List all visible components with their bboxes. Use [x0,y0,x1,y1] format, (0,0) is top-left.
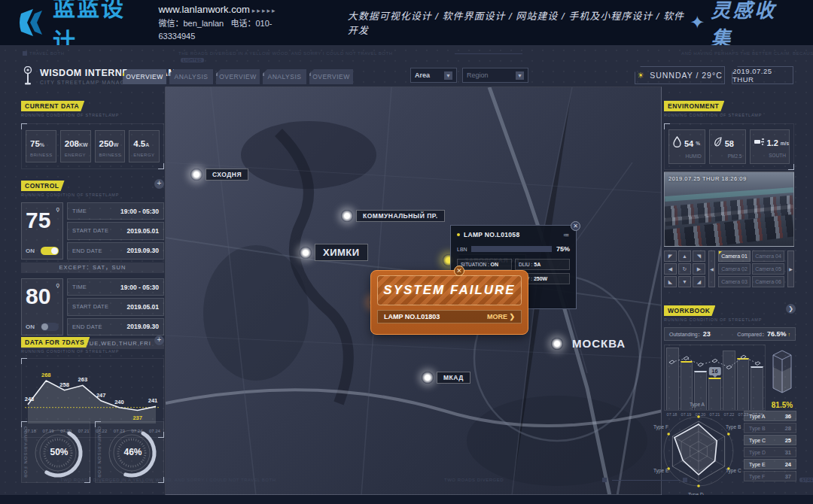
bar-07.18[interactable] [666,348,679,410]
outstanding-value: 23 [703,330,711,338]
deco-poem: TWO ROADS DIVERGED [444,478,504,482]
gauge-value: 50% [50,447,68,457]
panel-subtitle: RUNNING CONDITION OF STREETLAMP [21,193,164,197]
expand-icon[interactable]: ❯ [786,304,796,314]
panel-current-data: CURRENT DATA RUNNING CONDITION OF STREET… [21,98,164,169]
map-label[interactable]: ХИМКИ [300,244,368,261]
control-row-start-date[interactable]: START DATE2019.05.01 [67,222,164,239]
map-label[interactable]: СХОДНЯ [190,169,248,181]
add-icon[interactable]: + [154,179,164,189]
panel-subtitle: RUNNING CONDITION OF STREETLAMP [664,113,794,117]
prev-cameras-button[interactable]: ◀ [708,250,715,287]
camera-video-feed[interactable]: 2019.07.25 THUR 18:26:09 [664,172,794,247]
camera-button-camera-05[interactable]: Camera 05 [752,263,784,275]
lanlan-logo-icon [17,8,47,38]
radar-graphic [653,405,744,499]
up-arrow-icon: ↑ [788,332,791,337]
city-map[interactable]: СХОДНЯКОММУНАЛЬНЫЙ ПР.ХИМКИЗАВОДСКАЯ УЛЛ… [165,87,662,495]
camera-button-camera-03[interactable]: Camera 03 [718,276,751,287]
area-select[interactable]: Area ▼ [410,68,457,83]
region-select[interactable]: Region ▼ [462,68,528,83]
bar-07.23[interactable] [737,358,750,410]
lamp-popup-title: LAMP NO.L01058 [464,231,519,238]
svg-text:243: 243 [25,396,35,402]
control-row-end-date[interactable]: END DATE2019.09.30 [67,242,164,260]
dpad-button-3[interactable]: ◀ [664,263,677,275]
tab-analysis-1[interactable]: ANALYSIS [169,69,213,84]
dpad-button-7[interactable]: ▼ [678,276,691,287]
lamp-marker-icon[interactable] [190,169,202,181]
tab-overview-2[interactable]: OVERVIEW [216,69,260,84]
radar-label-type-c: Type C [726,468,741,473]
map-label[interactable]: МОСКВА [551,335,632,351]
env-card-humid: 54%HUMID [668,129,705,164]
bottom-bar [0,495,813,504]
camera-button-camera-01[interactable]: Camera 01 [718,250,751,262]
lamp-marker-icon[interactable] [300,247,312,259]
env-card-pm25: 58PM2.5 [709,129,746,164]
camera-button-camera-02[interactable]: Camera 02 [718,263,751,275]
comparison-gauge-1: COMPARISON FOR50% [21,421,90,483]
panel-tag: CONTROL [21,181,65,191]
type-row-type-f[interactable]: Type F37 [744,471,796,481]
svg-text:240: 240 [114,399,124,405]
type-row-type-c[interactable]: Type C25 [744,435,796,445]
lamp-marker-icon[interactable] [551,338,563,350]
type-row-type-d[interactable]: Type D31 [744,447,796,457]
control-row-time[interactable]: TIME19:00 - 05:30 [67,278,164,296]
dpad-button-5[interactable]: ▶ [693,263,705,275]
close-icon[interactable]: ✕ [454,266,464,276]
panel-control: CONTROL + RUNNING CONDITION OF STREETLAM… [21,178,164,349]
bar-07.22[interactable] [723,351,735,410]
dpad-button-0[interactable]: ◤ [664,250,677,262]
gauge-label: COMPARISON FOR [22,422,29,482]
svg-text:258: 258 [59,381,69,388]
dpad-button-8[interactable]: ◢ [693,276,705,287]
wind-icon [754,136,765,150]
cube-icon [769,345,795,399]
lamp-marker-icon[interactable] [341,210,353,222]
lamp-marker-icon[interactable] [422,372,434,384]
more-button[interactable]: MORE ❯ [487,313,515,320]
type-row-type-b[interactable]: Type B28 [744,423,796,433]
svg-text:263: 263 [78,376,88,383]
brightness-bar[interactable] [471,246,552,252]
map-label[interactable]: КОММУНАЛЬНЫЙ ПР. [341,210,445,222]
panel-tag: CURRENT DATA [21,101,84,111]
dpad-button-6[interactable]: ◣ [664,276,677,287]
gauge-value: 46% [123,447,142,457]
type-row-type-a[interactable]: Type A36 [744,411,796,421]
map-label[interactable]: МКАД [422,372,470,384]
close-icon[interactable]: ✕ [571,221,580,231]
weather-text: SUNNDAY / 29°C [650,71,723,80]
banner-services: 大数据可视化设计 / 软件界面设计 / 网站建设 / 手机及小程序设计 / 软件… [348,8,690,37]
sliders-icon[interactable]: ≔ [563,232,570,238]
tab-overview-0[interactable]: OVERVIEW [123,69,166,84]
promo-banner: 蓝蓝设计 www.lanlanwork.com ▸▸▸▸▸ 微信：ben_lan… [0,0,813,45]
control-row-end-date[interactable]: END DATE2019.09.30 [67,318,164,335]
control-row-start-date[interactable]: START DATE2019.05.01 [67,298,164,315]
next-cameras-button[interactable]: ▶ [787,250,794,287]
bar-chart: 16 [664,345,766,411]
dpad-button-2[interactable]: ◥ [693,250,705,262]
deco-chip: STREET LIGHT [799,478,813,482]
add-icon[interactable]: + [154,335,164,345]
camera-button-camera-06[interactable]: Camera 06 [752,276,784,287]
bar-07.24[interactable] [751,366,763,410]
banner-website[interactable]: www.lanlanwork.com [158,4,249,15]
schedule-toggle[interactable] [41,323,59,331]
banner-contact: www.lanlanwork.com ▸▸▸▸▸ 微信：ben_lanlan 电… [158,3,302,43]
svg-text:241: 241 [148,397,158,404]
deco-poem: THE ROADS DIVERGED IN A YELLOW WOOD, AND… [178,51,393,56]
tab-analysis-3[interactable]: ANALYSIS [263,69,306,84]
dpad-button-4[interactable]: ↻ [678,263,691,275]
control-row-time[interactable]: TIME19:00 - 05:30 [67,202,164,220]
schedule-toggle[interactable] [41,247,59,255]
camera-button-camera-04[interactable]: Camera 04 [752,250,784,262]
type-list: Type A36Type B28Type C25Type D31Type E24… [744,411,796,481]
dpad-button-1[interactable]: ▲ [678,250,691,262]
tab-overview-4[interactable]: OVERVIEW [309,69,353,84]
type-row-type-e[interactable]: Type E24 [744,459,796,469]
inspiration-collect[interactable]: ✦ 灵感收集 [690,0,793,50]
camera-controls: ◤▲◥◀↻▶◣▼◢ ◀ Camera 01Camera 04Camera 02C… [664,250,794,287]
